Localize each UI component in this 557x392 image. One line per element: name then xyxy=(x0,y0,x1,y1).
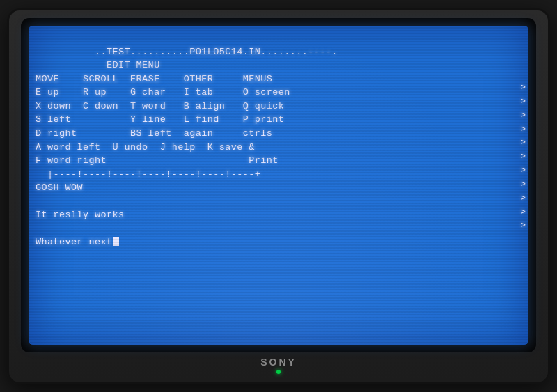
chevron-4: > xyxy=(520,123,526,136)
chevrons-column: > > > > > > > > > > > xyxy=(520,81,526,233)
line-1: ..TEST..........PO1LO5C14.IN........----… xyxy=(95,47,338,57)
tv-screen: ..TEST..........PO1LO5C14.IN........----… xyxy=(29,26,528,345)
line-4: E up R up G char I tab O screen xyxy=(36,87,290,97)
chevron-9: > xyxy=(520,192,526,205)
chevron-1: > xyxy=(520,81,526,95)
chevron-3: > xyxy=(520,109,526,123)
chevron-2: > xyxy=(520,95,526,109)
tv-brand-label: SONY xyxy=(260,356,297,368)
line-8: A word left U undo J help K save & xyxy=(36,142,255,152)
line-2: EDIT MENU xyxy=(36,60,160,70)
chevron-10: > xyxy=(520,206,526,219)
tv-bezel: ..TEST..........PO1LO5C14.IN........----… xyxy=(21,18,536,352)
tv-bottom-panel: SONY xyxy=(260,356,297,374)
line-13: It reslly works xyxy=(36,210,125,220)
tv-monitor: ..TEST..........PO1LO5C14.IN........----… xyxy=(7,8,550,384)
screen-text-display: ..TEST..........PO1LO5C14.IN........----… xyxy=(36,31,521,263)
line-11: GOSH WOW xyxy=(36,182,83,193)
line-15: Whatever next xyxy=(36,237,113,247)
chevron-6: > xyxy=(520,150,526,164)
line-3: MOVE SCROLL ERASE OTHER MENUS xyxy=(36,74,272,84)
power-led xyxy=(276,370,281,374)
chevron-5: > xyxy=(520,136,526,150)
cursor-block xyxy=(113,237,119,246)
line-7: D right BS left again ctrls xyxy=(36,128,272,139)
chevron-8: > xyxy=(520,178,526,191)
line-5: X down C down T word B align Q quick xyxy=(36,101,284,111)
line-6: S left Y line L find P print xyxy=(36,114,284,125)
chevron-7: > xyxy=(520,164,526,178)
chevron-11: > xyxy=(520,219,526,233)
screen-content: ..TEST..........PO1LO5C14.IN........----… xyxy=(36,31,521,339)
line-9: F word right Print xyxy=(36,155,278,166)
line-10: |----!----!----!----!----!----!----+ xyxy=(36,169,260,180)
